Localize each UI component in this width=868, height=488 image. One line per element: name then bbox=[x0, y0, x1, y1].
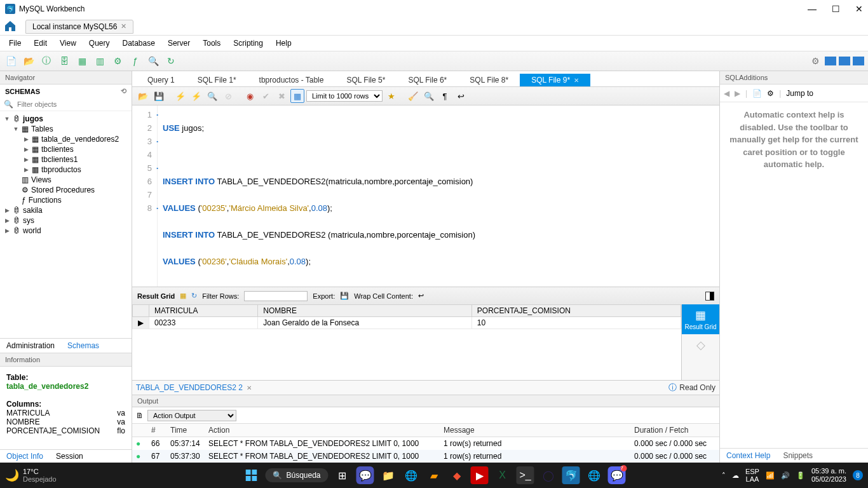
result-tab[interactable]: TABLA_DE_VENDEDORES2 2 bbox=[136, 383, 243, 392]
chrome-icon[interactable]: 🌐 bbox=[585, 466, 603, 484]
tray-chevron-icon[interactable]: ˄ bbox=[722, 471, 726, 480]
execute-step-icon[interactable]: ⚡ bbox=[189, 89, 203, 103]
search-box[interactable]: 🔍Búsqueda bbox=[265, 468, 328, 482]
app-icon[interactable]: ▶ bbox=[471, 466, 489, 484]
tree-item-table[interactable]: ▶▦tbproductos bbox=[0, 165, 132, 175]
excel-icon[interactable]: X bbox=[494, 466, 512, 484]
tree-item-db[interactable]: ▶🛢sakila bbox=[0, 205, 132, 215]
reconnect-icon[interactable]: ↻ bbox=[164, 54, 178, 68]
col-header[interactable]: NOMBRE bbox=[258, 305, 471, 317]
file-tab[interactable]: SQL File 1* bbox=[186, 74, 248, 86]
grid-toggle-icon[interactable] bbox=[705, 292, 714, 301]
terminal-icon[interactable]: >_ bbox=[517, 466, 534, 484]
search-icon[interactable]: 🔍 bbox=[146, 54, 160, 68]
output-row[interactable]: ● 6605:37:14SELECT * FROM TABLA_DE_VENDE… bbox=[132, 437, 719, 451]
menu-edit[interactable]: Edit bbox=[27, 37, 53, 50]
col-header[interactable]: MATRICULA bbox=[149, 305, 258, 317]
file-tab-active[interactable]: SQL File 9*✕ bbox=[520, 74, 590, 86]
close-icon[interactable]: ✕ bbox=[247, 384, 252, 391]
col-header[interactable]: PORCENTAJE_COMISION bbox=[471, 305, 681, 317]
wifi-icon[interactable]: 📶 bbox=[766, 471, 775, 480]
menu-view[interactable]: View bbox=[53, 37, 83, 50]
side-nav[interactable]: ◇ bbox=[682, 334, 719, 357]
wrap-icon[interactable]: ↩ bbox=[454, 89, 468, 103]
back-icon[interactable]: ◀ bbox=[724, 89, 729, 98]
settings-gear-icon[interactable]: ⚙ bbox=[808, 54, 822, 68]
tree-item-db[interactable]: ▶🛢world bbox=[0, 226, 132, 236]
file-tab[interactable]: SQL File 6* bbox=[397, 74, 458, 86]
file-tab[interactable]: Query 1 bbox=[136, 74, 186, 86]
tab-snippets[interactable]: Snippets bbox=[776, 449, 819, 463]
commit-icon[interactable]: ✔ bbox=[259, 89, 273, 103]
clock[interactable]: 05:39 a. m. 05/02/2023 bbox=[811, 467, 846, 484]
file-tab[interactable]: SQL File 5* bbox=[335, 74, 397, 86]
tab-context-help[interactable]: Context Help bbox=[720, 449, 776, 463]
tree-item-db[interactable]: ▶🛢sys bbox=[0, 215, 132, 226]
tree-item-views[interactable]: ▥Views bbox=[0, 175, 132, 185]
menu-query[interactable]: Query bbox=[83, 37, 116, 50]
limit-select[interactable]: Limit to 1000 rows bbox=[306, 90, 383, 102]
sublime-icon[interactable]: ▰ bbox=[425, 466, 443, 484]
git-icon[interactable]: ◆ bbox=[448, 466, 466, 484]
result-grid[interactable]: MATRICULA NOMBRE PORCENTAJE_COMISION ▶ 0… bbox=[132, 304, 681, 380]
new-fn-icon[interactable]: ƒ bbox=[128, 54, 142, 68]
find-icon[interactable]: 🔍 bbox=[422, 89, 436, 103]
side-result-grid[interactable]: ▦Result Grid bbox=[682, 304, 719, 334]
tab-administration[interactable]: Administration bbox=[0, 339, 61, 353]
filter-rows-input[interactable] bbox=[244, 291, 308, 301]
new-view-icon[interactable]: ▥ bbox=[93, 54, 107, 68]
workbench-icon[interactable]: 🐬 bbox=[562, 466, 580, 484]
output-icon[interactable]: 🗎 bbox=[136, 411, 144, 420]
sql-editor[interactable]: 12345678 USE jugos; INSERT INTO TABLA_DE… bbox=[132, 105, 719, 287]
lang-indicator[interactable]: ESPLAA bbox=[745, 468, 759, 483]
weather-widget[interactable]: 🌙 17°C Despejado bbox=[5, 468, 57, 483]
file-tab[interactable]: tbproductos - Table bbox=[248, 74, 336, 86]
edge-icon[interactable]: 🌐 bbox=[402, 466, 420, 484]
refresh-icon[interactable]: ⟲ bbox=[121, 87, 126, 95]
favorite-icon[interactable]: ★ bbox=[384, 89, 398, 103]
forward-icon[interactable]: ▶ bbox=[735, 89, 740, 98]
menu-database[interactable]: Database bbox=[116, 37, 161, 50]
battery-icon[interactable]: 🔋 bbox=[796, 471, 805, 480]
inspector-icon[interactable]: ⓘ bbox=[39, 54, 53, 68]
autocommit-icon[interactable]: ▦ bbox=[290, 89, 304, 103]
auto-help-icon[interactable]: ⚙ bbox=[767, 89, 774, 98]
menu-help[interactable]: Help bbox=[269, 37, 298, 50]
teams-icon[interactable]: 💬 bbox=[356, 466, 374, 484]
tree-item-table[interactable]: ▶▦tabla_de_vendedores2 bbox=[0, 134, 132, 144]
stop-icon[interactable]: ⊘ bbox=[221, 89, 235, 103]
new-table-icon[interactable]: ▦ bbox=[75, 54, 89, 68]
wrap-toggle-icon[interactable]: ↩ bbox=[418, 292, 424, 300]
execute-icon[interactable]: ⚡ bbox=[173, 89, 187, 103]
new-schema-icon[interactable]: 🗄 bbox=[57, 54, 71, 68]
output-row[interactable]: ● 6705:37:30SELECT * FROM TABLA_DE_VENDE… bbox=[132, 450, 719, 463]
filter-input[interactable] bbox=[16, 99, 128, 109]
grid-icon[interactable]: ▦ bbox=[180, 292, 186, 300]
close-icon[interactable]: ✕ bbox=[121, 22, 126, 30]
discord-icon[interactable]: 💬7 bbox=[608, 466, 626, 484]
connection-tab[interactable]: Local instance MySQL56 ✕ bbox=[25, 20, 133, 34]
volume-icon[interactable]: 🔊 bbox=[781, 471, 790, 480]
tree-item-tables[interactable]: ▼▦Tables bbox=[0, 124, 132, 134]
export-icon[interactable]: 💾 bbox=[340, 292, 349, 300]
rollback-icon[interactable]: ✖ bbox=[275, 89, 288, 103]
tree-item-table[interactable]: ▶▦tbclientes1 bbox=[0, 154, 132, 165]
start-icon[interactable] bbox=[242, 466, 260, 484]
task-view-icon[interactable]: ⊞ bbox=[334, 466, 351, 484]
menu-server[interactable]: Server bbox=[161, 37, 196, 50]
eclipse-icon[interactable]: ◯ bbox=[539, 466, 557, 484]
explorer-icon[interactable]: 📁 bbox=[379, 466, 397, 484]
help-icon[interactable]: 📄 bbox=[752, 89, 762, 98]
tree-item-sp[interactable]: ⚙Stored Procedures bbox=[0, 185, 132, 195]
menu-tools[interactable]: Tools bbox=[196, 37, 227, 50]
beautify-icon[interactable]: 🧹 bbox=[406, 89, 420, 103]
new-sql-tab-icon[interactable]: 📄 bbox=[4, 54, 18, 68]
maximize-button[interactable]: ☐ bbox=[832, 4, 840, 14]
output-selector[interactable]: Action Output bbox=[147, 410, 236, 421]
tab-session[interactable]: Session bbox=[50, 450, 90, 463]
layout-right-icon[interactable] bbox=[853, 57, 864, 65]
layout-bottom-icon[interactable] bbox=[839, 57, 850, 65]
invisible-icon[interactable]: ¶ bbox=[438, 89, 452, 103]
close-button[interactable]: ✕ bbox=[855, 4, 863, 14]
onedrive-icon[interactable]: ☁ bbox=[732, 471, 739, 480]
